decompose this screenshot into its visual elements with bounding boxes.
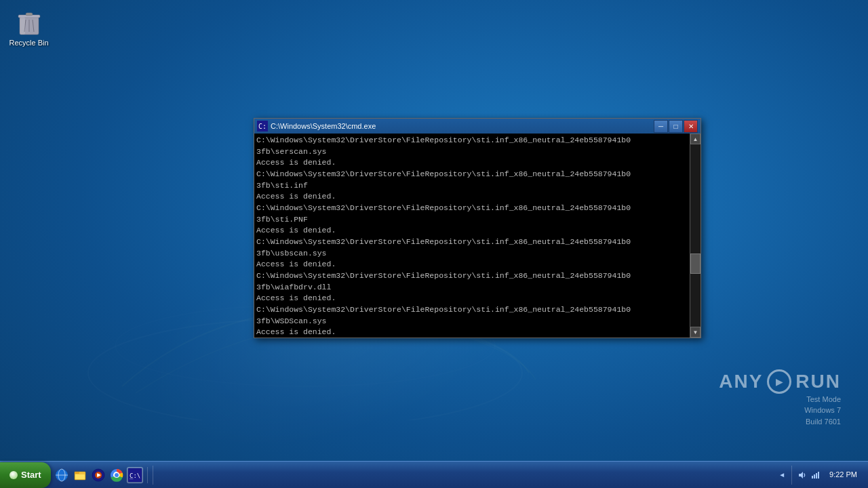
anyrun-text: ANY xyxy=(719,371,763,392)
svg-rect-12 xyxy=(20,17,25,35)
svg-text:_: _ xyxy=(130,472,134,479)
network-icon[interactable] xyxy=(810,470,821,481)
taskbar-divider-1 xyxy=(153,466,153,485)
recycle-bin-label: Recycle Bin xyxy=(9,39,48,47)
close-button[interactable]: ✕ xyxy=(684,120,698,133)
start-label: Start xyxy=(21,470,41,480)
desktop: Recycle Bin C: C:\Windows\System32\cmd.e… xyxy=(0,0,868,488)
volume-svg xyxy=(797,470,807,480)
system-tray: ◄ 9:22 PM xyxy=(772,466,868,485)
network-svg xyxy=(811,470,821,480)
scroll-down-button[interactable]: ▼ xyxy=(690,327,701,338)
tray-divider xyxy=(791,466,792,485)
explorer-icon xyxy=(73,468,87,482)
anyrun-subtitle-line2: Windows 7 xyxy=(804,406,841,414)
anyrun-subtitle-line1: Test Mode xyxy=(806,395,841,403)
cmd-titlebar[interactable]: C: C:\Windows\System32\cmd.exe ─ □ ✕ xyxy=(254,119,701,134)
ie-quick-launch[interactable] xyxy=(54,467,70,483)
anyrun-subtitle-line3: Build 7601 xyxy=(806,418,841,426)
cmd-taskbar-icon: C:\ _ xyxy=(128,468,142,482)
anyrun-logo: ANY ▶ RUN xyxy=(719,369,841,394)
anyrun-run-text: RUN xyxy=(795,371,841,392)
recycle-bin-graphic xyxy=(16,6,43,37)
recycle-bin-icon[interactable]: Recycle Bin xyxy=(3,3,54,50)
cmd-window[interactable]: C: C:\Windows\System32\cmd.exe ─ □ ✕ C:\… xyxy=(254,118,701,338)
cmd-quick-launch[interactable]: C:\ _ xyxy=(127,467,143,483)
chrome-quick-launch[interactable] xyxy=(108,467,125,483)
svg-rect-20 xyxy=(75,474,85,479)
svg-text:C:: C: xyxy=(258,123,267,130)
explorer-quick-launch[interactable] xyxy=(72,467,88,483)
cmd-window-controls: ─ □ ✕ xyxy=(654,120,698,133)
anyrun-play-icon: ▶ xyxy=(767,369,791,394)
cmd-scrollbar[interactable]: ▲ ▼ xyxy=(690,134,701,338)
cmd-window-icon: C: xyxy=(257,121,268,131)
chrome-icon xyxy=(110,468,123,482)
start-button[interactable]: Start xyxy=(0,462,51,488)
anyrun-watermark: ANY ▶ RUN Test Mode Windows 7 Build 7601 xyxy=(719,369,841,428)
svg-rect-33 xyxy=(814,474,815,479)
cmd-body: C:\Windows\System32\DriverStore\FileRepo… xyxy=(254,134,701,338)
ie-icon xyxy=(55,468,68,482)
svg-rect-35 xyxy=(818,472,819,479)
anyrun-subtitle: Test Mode Windows 7 Build 7601 xyxy=(804,394,841,428)
scroll-thumb[interactable] xyxy=(690,253,701,274)
maximize-button[interactable]: □ xyxy=(669,120,683,133)
svg-rect-8 xyxy=(26,13,33,16)
scroll-up-button[interactable]: ▲ xyxy=(690,134,701,144)
media-player-icon xyxy=(92,468,105,482)
media-quick-launch[interactable] xyxy=(90,467,106,483)
svg-rect-19 xyxy=(75,472,79,474)
taskbar: Start xyxy=(0,461,868,488)
svg-rect-34 xyxy=(816,473,817,479)
svg-rect-32 xyxy=(812,476,813,479)
volume-icon[interactable] xyxy=(797,470,808,481)
minimize-button[interactable]: ─ xyxy=(654,120,668,133)
svg-point-27 xyxy=(115,473,119,477)
start-orb-icon xyxy=(9,471,18,479)
system-clock[interactable]: 9:22 PM xyxy=(824,470,863,480)
cmd-output[interactable]: C:\Windows\System32\DriverStore\FileRepo… xyxy=(254,134,690,338)
cmd-title-text: C:\Windows\System32\cmd.exe xyxy=(271,122,654,130)
show-hidden-icons[interactable]: ◄ xyxy=(777,470,787,480)
quick-launch-area: C:\ _ xyxy=(54,467,148,483)
scroll-track xyxy=(690,144,701,327)
svg-marker-31 xyxy=(799,472,803,479)
